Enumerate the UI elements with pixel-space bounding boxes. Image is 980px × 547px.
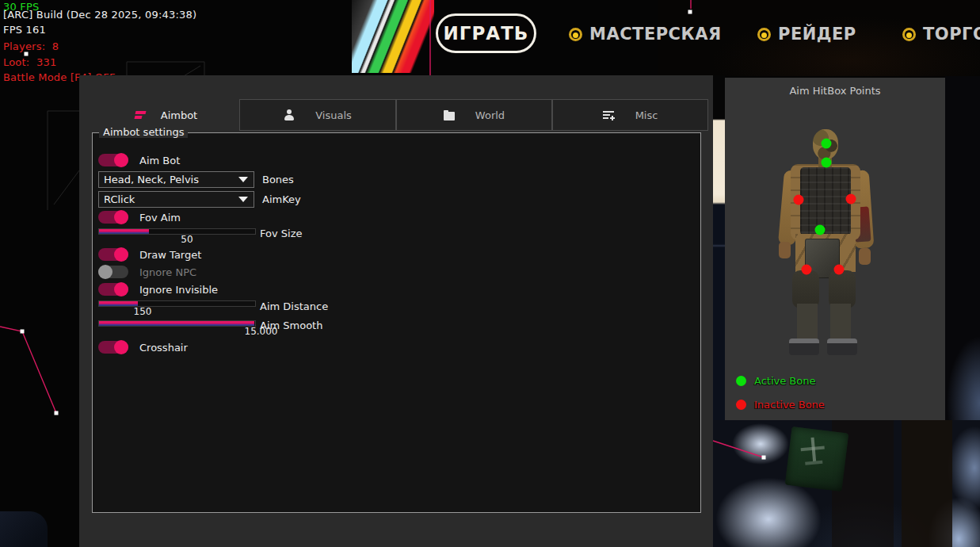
aim-distance-label: Aim Distance: [260, 300, 328, 312]
bones-dropdown-value: Head, Neck, Pelvis: [99, 174, 199, 186]
aimbot-settings-group: Aimbot settings Aim Bot Head, Neck, Pelv…: [92, 132, 701, 513]
coin-icon: [757, 28, 771, 41]
aim-distance-value: 150: [127, 306, 158, 317]
aim-bot-label: Aim Bot: [139, 155, 180, 166]
hud-build-info: [ARC] Build (Dec 28 2025, 09:43:38): [3, 9, 196, 21]
flag-icon: [134, 110, 147, 120]
legend-label: Active Bone: [754, 375, 815, 387]
draw-target-label: Draw Target: [139, 249, 201, 261]
coin-icon: [569, 28, 582, 41]
menu-item-workshop[interactable]: МАСТЕРСКАЯ: [569, 24, 722, 44]
bone-dot-left-thigh[interactable]: [802, 265, 812, 275]
tab-label: Visuals: [315, 109, 352, 121]
aim-hitbox-panel: Aim HitBox Points Active Bone Inactive B…: [725, 78, 945, 420]
group-title: Aimbot settings: [99, 126, 188, 138]
cheat-menu-panel: Aimbot Visuals World Misc Aimbot setting…: [79, 75, 713, 547]
toggle-knob: [98, 265, 112, 279]
aim-bot-row: Aim Bot: [98, 154, 180, 166]
ignore-npc-toggle[interactable]: [98, 266, 128, 278]
toggle-knob: [114, 340, 128, 354]
person-icon: [284, 109, 295, 120]
fov-aim-toggle[interactable]: [98, 211, 128, 224]
hud-loot: Loot: 331: [3, 56, 56, 68]
coin-icon: [902, 28, 916, 41]
player-model: [768, 123, 887, 361]
game-scene-right-strip: [945, 76, 980, 420]
ignore-npc-row: Ignore NPC: [98, 266, 196, 278]
bones-label: Bones: [262, 174, 294, 186]
slider-fill: [99, 321, 254, 326]
ignore-invisible-label: Ignore Invisible: [139, 284, 218, 296]
exit-sign: [785, 427, 848, 492]
hud-fps: FPS 161: [3, 24, 46, 36]
tab-label: World: [475, 109, 505, 121]
legend-active-bone: Active Bone: [736, 375, 815, 387]
toggle-knob: [114, 153, 128, 167]
red-dot-icon: [736, 400, 746, 410]
bone-dot-neck[interactable]: [822, 158, 832, 168]
fov-aim-label: Fov Aim: [139, 212, 181, 224]
hitbox-panel-title: Aim HitBox Points: [725, 85, 945, 97]
toggle-knob: [114, 247, 128, 262]
aim-distance-slider[interactable]: [98, 300, 256, 307]
aimkey-dropdown[interactable]: RClick: [98, 191, 254, 208]
slider-fill: [99, 229, 149, 234]
menu-item-label: ТОРГО: [923, 25, 980, 44]
tab-label: Misc: [635, 109, 658, 121]
tab-world[interactable]: World: [396, 99, 552, 131]
tab-misc[interactable]: Misc: [552, 99, 708, 131]
fov-size-value: 50: [171, 234, 203, 245]
crosshair-row: Crosshair: [98, 341, 188, 354]
play-button[interactable]: ИГРАТЬ: [436, 13, 536, 53]
toggle-knob: [114, 210, 128, 224]
menu-item-trade[interactable]: ТОРГО: [902, 24, 980, 44]
aim-smooth-slider[interactable]: [98, 320, 256, 327]
scene-dark-column: [902, 420, 952, 547]
sliders-icon: [603, 110, 615, 120]
menu-item-label: МАСТЕРСКАЯ: [589, 25, 722, 44]
draw-target-toggle[interactable]: [98, 248, 128, 261]
bone-dot-right-thigh[interactable]: [834, 265, 845, 275]
crosshair-label: Crosshair: [139, 342, 188, 354]
ignore-invisible-toggle[interactable]: [98, 283, 128, 296]
menu-item-raider[interactable]: РЕЙДЕР: [757, 24, 856, 44]
bone-dot-pelvis[interactable]: [815, 225, 826, 235]
legend-inactive-bone: Inactive Bone: [736, 399, 825, 411]
chevron-down-icon: [238, 197, 248, 202]
bone-dot-head[interactable]: [822, 139, 832, 149]
hud-players: Players: 8: [3, 40, 59, 52]
tab-visuals[interactable]: Visuals: [239, 99, 396, 131]
bone-dot-right-shoulder[interactable]: [846, 194, 856, 205]
folder-icon: [444, 112, 455, 120]
tab-label: Aimbot: [161, 109, 197, 121]
rainbow-logo: [352, 0, 434, 73]
bones-dropdown[interactable]: Head, Neck, Pelvis: [98, 171, 254, 188]
bone-dot-left-shoulder[interactable]: [794, 195, 804, 205]
aim-smooth-label: Aim Smooth: [260, 319, 322, 331]
ignore-invisible-row: Ignore Invisible: [98, 283, 218, 296]
game-scene-bottom-left: [0, 511, 48, 547]
legend-label: Inactive Bone: [754, 399, 825, 411]
aim-bot-toggle[interactable]: [98, 154, 128, 166]
fov-size-label: Fov Size: [260, 228, 302, 239]
aimkey-dropdown-value: RClick: [99, 193, 135, 205]
menu-item-label: РЕЙДЕР: [778, 25, 856, 44]
chevron-down-icon: [238, 177, 248, 182]
toggle-knob: [114, 282, 128, 296]
rainbow-stripes: [352, 0, 434, 73]
crosshair-toggle[interactable]: [98, 341, 128, 354]
ignore-npc-label: Ignore NPC: [139, 266, 196, 278]
draw-target-row: Draw Target: [98, 248, 201, 261]
aimkey-label: AimKey: [262, 193, 301, 205]
hitbox-model-points: [768, 123, 887, 361]
game-scene-bottom-right: [713, 420, 980, 547]
green-dot-icon: [736, 376, 746, 386]
fov-aim-row: Fov Aim: [98, 211, 181, 224]
